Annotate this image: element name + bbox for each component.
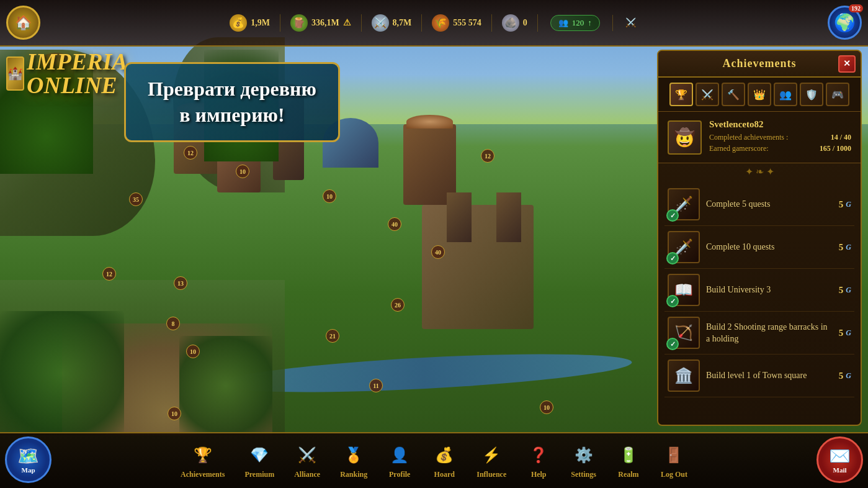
map-badge: 10 — [186, 345, 200, 358]
divider-ornament: ✦ ❧ ✦ — [658, 163, 861, 180]
game-logo: 🏰 IMPERIA ONLINE — [6, 50, 118, 97]
panel-header: Achievements ✕ — [658, 51, 861, 78]
influence-label: Influence — [477, 470, 506, 479]
g-label: G — [846, 243, 851, 252]
soldiers-badge: 👥 120 ↑ — [550, 15, 600, 31]
stone-value: 0 — [523, 18, 527, 28]
soldiers-count: 120 — [572, 18, 584, 28]
nav-realm[interactable]: 🔋 Realm — [606, 438, 651, 484]
iron-value: 8,7M — [393, 18, 412, 28]
premium-label: Premium — [244, 470, 274, 479]
achievement-reward: 5 G — [839, 371, 851, 381]
warn-icon: ⚠ — [343, 17, 351, 28]
achievement-icon-ach5: 🏛️ — [668, 359, 700, 392]
map-badge: 40 — [388, 217, 401, 231]
player-info: Svetlenceto82 Completed achievements : 1… — [709, 119, 851, 155]
bottom-nav: 🏆 Achievements 💎 Premium ⚔️ Alliance 🏅 R… — [0, 432, 868, 488]
tab-quest[interactable]: 🏆 — [669, 83, 693, 106]
completed-label: Completed achievements : — [709, 133, 788, 142]
achievement-icon-ach3: 📖 ✓ — [668, 274, 700, 306]
profile-label: Profile — [389, 470, 410, 479]
panel-title: Achievements — [723, 57, 797, 70]
gold-resource: 💰 1,9M — [220, 14, 280, 32]
map-badge: 10 — [323, 189, 336, 203]
achievement-name: Build University 3 — [706, 285, 771, 294]
nav-alliance[interactable]: ⚔️ Alliance — [284, 438, 330, 484]
map-badge: 12 — [184, 146, 197, 160]
map-badge: 8 — [166, 317, 180, 330]
achievement-reward: 5 G — [839, 199, 851, 210]
map-badge: 10 — [540, 400, 553, 414]
food-icon: 🌾 — [432, 14, 449, 32]
nav-logout[interactable]: 🚪 Log Out — [651, 438, 697, 484]
alliance-icon: ⚔️ — [295, 443, 320, 468]
stone-icon: 🪨 — [502, 14, 519, 32]
map-button[interactable]: 🗺️ Map — [5, 436, 51, 483]
tab-people[interactable]: 👥 — [774, 83, 797, 106]
tab-shield[interactable]: 🛡️ — [800, 83, 823, 106]
stone-resource: 🪨 0 — [492, 14, 538, 32]
profile-icon: 👤 — [387, 443, 412, 468]
logout-label: Log Out — [661, 470, 687, 479]
help-label: Help — [531, 470, 547, 479]
gold-icon: 💰 — [230, 14, 247, 32]
nav-help[interactable]: ❓ Help — [516, 438, 561, 484]
hoard-label: Hoard — [434, 470, 455, 479]
realm-icon: 🔋 — [616, 443, 641, 468]
hoard-icon: 💰 — [432, 443, 457, 468]
achievement-info: Build University 3 — [706, 284, 833, 296]
mail-button[interactable]: ✉️ Mail — [817, 436, 863, 483]
influence-icon: ⚡ — [479, 443, 504, 468]
player-avatar: 🤠 — [668, 120, 702, 155]
nav-achievements[interactable]: 🏆 Achievements — [171, 438, 235, 484]
completed-badge: ✓ — [666, 252, 679, 264]
achievement-reward: 5 G — [839, 285, 851, 296]
promo-text: Преврати деревню в империю! — [148, 76, 316, 128]
gamescore-value: 165 / 1000 — [820, 144, 851, 153]
soldiers-icon: 👥 — [558, 18, 568, 28]
settings-label: Settings — [571, 470, 596, 479]
achievement-reward: 5 G — [839, 328, 851, 338]
close-button[interactable]: ✕ — [838, 55, 856, 73]
player-profile: 🤠 Svetlenceto82 Completed achievements :… — [658, 112, 861, 163]
logo-imperia: IMPERIA — [27, 48, 128, 75]
settings-icon: ⚙️ — [571, 443, 596, 468]
tab-game[interactable]: 🎮 — [826, 83, 849, 106]
home-button[interactable]: 🏠 — [6, 6, 40, 40]
gamescore-label: Earned gamerscore: — [709, 144, 769, 153]
mail-label: Mail — [833, 466, 847, 474]
achievement-item: 📖 ✓ Build University 3 5 G — [664, 269, 854, 312]
tab-sword[interactable]: ⚔️ — [696, 83, 719, 106]
achievement-reward: 5 G — [839, 242, 851, 253]
completed-stat: Completed achievements : 14 / 40 — [709, 133, 851, 142]
food-value: 555 574 — [453, 18, 481, 28]
gold-value: 1,9M — [251, 18, 270, 28]
achievement-icon-ach2: 🗡️ ✓ — [668, 231, 700, 263]
nav-ranking[interactable]: 🏅 Ranking — [330, 438, 377, 484]
map-badge: 12 — [102, 267, 116, 281]
tab-build[interactable]: 🔨 — [722, 83, 745, 106]
completed-badge: ✓ — [666, 338, 679, 350]
tab-crown[interactable]: 👑 — [748, 83, 771, 106]
gamescore-stat: Earned gamerscore: 165 / 1000 — [709, 144, 851, 153]
avatar-icon: 🤠 — [674, 127, 696, 148]
globe-button[interactable]: 🌍 192 — [828, 6, 862, 40]
mail-icon: ✉️ — [829, 446, 851, 466]
nav-settings[interactable]: ⚙️ Settings — [561, 438, 606, 484]
resources-bar: 💰 1,9M 🪵 336,1M ⚠ ⚔️ 8,7M 🌾 555 574 🪨 0 … — [40, 0, 828, 45]
wood-resource: 🪵 336,1M ⚠ — [280, 14, 362, 32]
premium-icon: 💎 — [247, 443, 272, 468]
logo-online: ONLINE — [27, 72, 117, 98]
nav-premium[interactable]: 💎 Premium — [235, 438, 284, 484]
nav-profile[interactable]: 👤 Profile — [377, 438, 422, 484]
nav-influence[interactable]: ⚡ Influence — [467, 438, 516, 484]
help-icon: ❓ — [526, 443, 551, 468]
achievement-item: 🏹 ✓ Build 2 Shooting range barracks in a… — [664, 312, 854, 355]
achievement-item: 🗡️ ✓ Complete 5 quests 5 G — [664, 183, 854, 226]
nav-hoard[interactable]: 💰 Hoard — [422, 438, 467, 484]
map-badge: 10 — [236, 165, 249, 178]
top-bar: 🏠 💰 1,9M 🪵 336,1M ⚠ ⚔️ 8,7M 🌾 555 574 🪨 … — [0, 0, 868, 47]
achievement-item: 🏛️ Build level 1 of Town square 5 G — [664, 355, 854, 397]
player-name: Svetlenceto82 — [709, 119, 851, 130]
alliance-label: Alliance — [294, 470, 320, 479]
